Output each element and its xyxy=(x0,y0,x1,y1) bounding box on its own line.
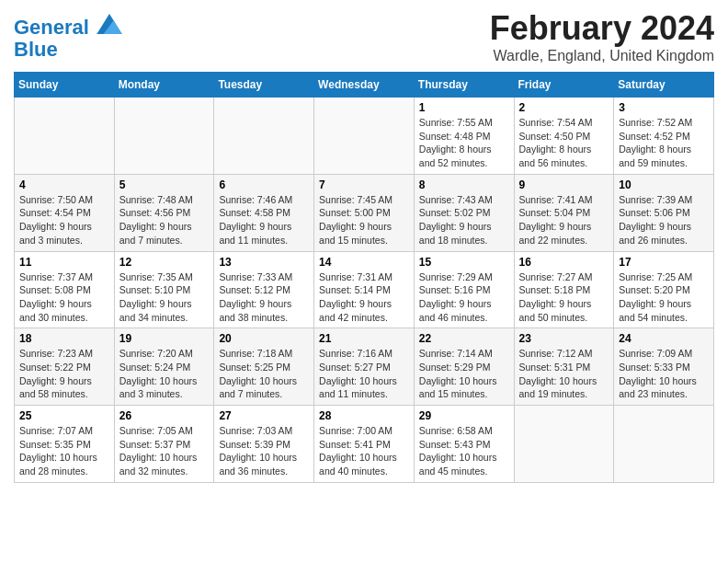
day-number: 18 xyxy=(19,332,109,345)
day-number: 19 xyxy=(119,332,210,345)
calendar-cell: 6Sunrise: 7:46 AM Sunset: 4:58 PM Daylig… xyxy=(214,174,314,251)
day-info: Sunrise: 7:39 AM Sunset: 5:06 PM Dayligh… xyxy=(619,193,709,247)
calendar-cell: 14Sunrise: 7:31 AM Sunset: 5:14 PM Dayli… xyxy=(314,251,415,328)
day-number: 2 xyxy=(519,101,609,114)
day-number: 8 xyxy=(419,178,509,191)
calendar-cell: 10Sunrise: 7:39 AM Sunset: 5:06 PM Dayli… xyxy=(614,174,714,251)
day-number: 29 xyxy=(419,409,509,422)
week-row-3: 18Sunrise: 7:23 AM Sunset: 5:22 PM Dayli… xyxy=(15,328,714,406)
logo-text: General xyxy=(14,17,122,39)
calendar-cell: 17Sunrise: 7:25 AM Sunset: 5:20 PM Dayli… xyxy=(614,251,714,328)
day-number: 23 xyxy=(519,332,609,345)
calendar-cell: 27Sunrise: 7:03 AM Sunset: 5:39 PM Dayli… xyxy=(214,406,314,483)
main-title: February 2024 xyxy=(490,9,714,48)
calendar-cell: 5Sunrise: 7:48 AM Sunset: 4:56 PM Daylig… xyxy=(114,174,214,251)
day-info: Sunrise: 7:33 AM Sunset: 5:12 PM Dayligh… xyxy=(219,270,309,325)
day-number: 7 xyxy=(319,178,409,191)
day-number: 3 xyxy=(619,101,709,114)
day-info: Sunrise: 7:12 AM Sunset: 5:31 PM Dayligh… xyxy=(519,347,609,401)
day-info: Sunrise: 7:16 AM Sunset: 5:27 PM Dayligh… xyxy=(319,347,409,401)
day-info: Sunrise: 7:27 AM Sunset: 5:18 PM Dayligh… xyxy=(519,270,609,325)
calendar-cell: 24Sunrise: 7:09 AM Sunset: 5:33 PM Dayli… xyxy=(614,328,714,406)
calendar-cell: 21Sunrise: 7:16 AM Sunset: 5:27 PM Dayli… xyxy=(314,328,415,406)
logo-icon xyxy=(97,14,122,34)
week-row-4: 25Sunrise: 7:07 AM Sunset: 5:35 PM Dayli… xyxy=(15,406,714,483)
day-number: 15 xyxy=(419,256,509,269)
week-row-2: 11Sunrise: 7:37 AM Sunset: 5:08 PM Dayli… xyxy=(15,251,714,328)
day-info: Sunrise: 7:05 AM Sunset: 5:37 PM Dayligh… xyxy=(119,424,210,478)
day-info: Sunrise: 7:09 AM Sunset: 5:33 PM Dayligh… xyxy=(619,347,709,401)
title-area: February 2024 Wardle, England, United Ki… xyxy=(490,9,714,64)
calendar-cell: 16Sunrise: 7:27 AM Sunset: 5:18 PM Dayli… xyxy=(514,251,614,328)
day-info: Sunrise: 7:23 AM Sunset: 5:22 PM Dayligh… xyxy=(19,347,109,401)
calendar-cell xyxy=(114,98,214,175)
subtitle: Wardle, England, United Kingdom xyxy=(490,48,714,64)
calendar-cell xyxy=(514,406,614,483)
calendar-cell: 19Sunrise: 7:20 AM Sunset: 5:24 PM Dayli… xyxy=(114,328,214,406)
header: General Blue February 2024 Wardle, Engla… xyxy=(14,9,714,64)
day-info: Sunrise: 7:43 AM Sunset: 5:02 PM Dayligh… xyxy=(419,193,509,247)
day-info: Sunrise: 7:52 AM Sunset: 4:52 PM Dayligh… xyxy=(619,116,709,170)
header-sunday: Sunday xyxy=(15,73,115,98)
header-row: Sunday Monday Tuesday Wednesday Thursday… xyxy=(15,73,714,98)
day-number: 12 xyxy=(119,256,210,269)
logo: General Blue xyxy=(14,17,122,61)
calendar-cell: 8Sunrise: 7:43 AM Sunset: 5:02 PM Daylig… xyxy=(414,174,514,251)
calendar-cell: 12Sunrise: 7:35 AM Sunset: 5:10 PM Dayli… xyxy=(114,251,214,328)
day-number: 26 xyxy=(119,409,210,422)
day-info: Sunrise: 7:55 AM Sunset: 4:48 PM Dayligh… xyxy=(419,116,509,170)
calendar-table: Sunday Monday Tuesday Wednesday Thursday… xyxy=(14,72,714,483)
calendar-cell: 13Sunrise: 7:33 AM Sunset: 5:12 PM Dayli… xyxy=(214,251,314,328)
day-info: Sunrise: 7:29 AM Sunset: 5:16 PM Dayligh… xyxy=(419,270,509,325)
header-tuesday: Tuesday xyxy=(214,73,314,98)
day-number: 1 xyxy=(419,101,509,114)
day-number: 25 xyxy=(19,409,109,422)
day-info: Sunrise: 7:46 AM Sunset: 4:58 PM Dayligh… xyxy=(219,193,309,247)
day-info: Sunrise: 7:18 AM Sunset: 5:25 PM Dayligh… xyxy=(219,347,309,401)
calendar-cell: 1Sunrise: 7:55 AM Sunset: 4:48 PM Daylig… xyxy=(414,98,514,175)
day-info: Sunrise: 7:54 AM Sunset: 4:50 PM Dayligh… xyxy=(519,116,609,170)
day-info: Sunrise: 7:14 AM Sunset: 5:29 PM Dayligh… xyxy=(419,347,509,401)
calendar-body: 1Sunrise: 7:55 AM Sunset: 4:48 PM Daylig… xyxy=(15,98,714,483)
logo-blue-text: Blue xyxy=(14,39,122,61)
day-number: 20 xyxy=(219,332,309,345)
day-info: Sunrise: 7:00 AM Sunset: 5:41 PM Dayligh… xyxy=(319,424,409,478)
day-number: 22 xyxy=(419,332,509,345)
calendar-cell: 11Sunrise: 7:37 AM Sunset: 5:08 PM Dayli… xyxy=(15,251,115,328)
day-number: 5 xyxy=(119,178,210,191)
day-number: 27 xyxy=(219,409,309,422)
day-number: 6 xyxy=(219,178,309,191)
calendar-cell: 2Sunrise: 7:54 AM Sunset: 4:50 PM Daylig… xyxy=(514,98,614,175)
calendar-cell: 29Sunrise: 6:58 AM Sunset: 5:43 PM Dayli… xyxy=(414,406,514,483)
day-info: Sunrise: 7:03 AM Sunset: 5:39 PM Dayligh… xyxy=(219,424,309,478)
day-number: 10 xyxy=(619,178,709,191)
calendar-cell: 9Sunrise: 7:41 AM Sunset: 5:04 PM Daylig… xyxy=(514,174,614,251)
day-info: Sunrise: 7:35 AM Sunset: 5:10 PM Dayligh… xyxy=(119,270,210,325)
day-info: Sunrise: 7:50 AM Sunset: 4:54 PM Dayligh… xyxy=(19,193,109,247)
day-number: 21 xyxy=(319,332,409,345)
day-number: 24 xyxy=(619,332,709,345)
header-friday: Friday xyxy=(514,73,614,98)
calendar-cell: 18Sunrise: 7:23 AM Sunset: 5:22 PM Dayli… xyxy=(15,328,115,406)
calendar-cell: 26Sunrise: 7:05 AM Sunset: 5:37 PM Dayli… xyxy=(114,406,214,483)
day-info: Sunrise: 7:37 AM Sunset: 5:08 PM Dayligh… xyxy=(19,270,109,325)
calendar-cell: 4Sunrise: 7:50 AM Sunset: 4:54 PM Daylig… xyxy=(15,174,115,251)
calendar-cell: 20Sunrise: 7:18 AM Sunset: 5:25 PM Dayli… xyxy=(214,328,314,406)
day-number: 9 xyxy=(519,178,609,191)
day-number: 11 xyxy=(19,256,109,269)
day-number: 16 xyxy=(519,256,609,269)
day-number: 14 xyxy=(319,256,409,269)
calendar-cell xyxy=(15,98,115,175)
calendar-cell xyxy=(314,98,415,175)
day-info: Sunrise: 7:31 AM Sunset: 5:14 PM Dayligh… xyxy=(319,270,409,325)
header-thursday: Thursday xyxy=(414,73,514,98)
calendar-cell: 25Sunrise: 7:07 AM Sunset: 5:35 PM Dayli… xyxy=(15,406,115,483)
calendar-cell: 7Sunrise: 7:45 AM Sunset: 5:00 PM Daylig… xyxy=(314,174,415,251)
calendar-cell: 22Sunrise: 7:14 AM Sunset: 5:29 PM Dayli… xyxy=(414,328,514,406)
day-info: Sunrise: 7:20 AM Sunset: 5:24 PM Dayligh… xyxy=(119,347,210,401)
day-info: Sunrise: 7:48 AM Sunset: 4:56 PM Dayligh… xyxy=(119,193,210,247)
header-saturday: Saturday xyxy=(614,73,714,98)
calendar-cell: 3Sunrise: 7:52 AM Sunset: 4:52 PM Daylig… xyxy=(614,98,714,175)
day-number: 17 xyxy=(619,256,709,269)
day-number: 28 xyxy=(319,409,409,422)
